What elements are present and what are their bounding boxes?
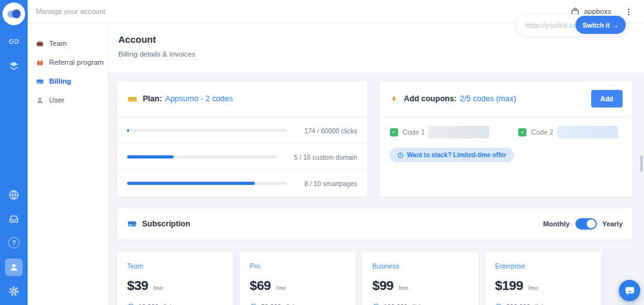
layers-icon[interactable]	[8, 60, 19, 72]
subnav-item-referral[interactable]: Referral program	[28, 53, 108, 72]
content-area: Plan: Appsumo - 2 codes 174 / 60000 clic…	[109, 72, 644, 305]
plan-value-link[interactable]: Appsumo - 2 codes	[165, 94, 233, 103]
credit-card-icon	[36, 77, 44, 86]
check-glyph: ✓	[392, 129, 397, 135]
subnav-label: User	[49, 96, 64, 104]
clock-icon	[397, 152, 404, 158]
settings-gear-icon[interactable]	[8, 286, 19, 297]
toggle-knob	[587, 219, 596, 228]
subnav-item-team[interactable]: Team	[28, 34, 108, 53]
arrow-right-icon: →	[613, 21, 619, 29]
help-icon[interactable]: ?	[8, 237, 19, 248]
plan-name: Business	[372, 262, 469, 270]
subnav-item-billing[interactable]: Billing	[28, 72, 108, 91]
user-icon	[36, 96, 44, 104]
monthly-label: Monthly	[543, 220, 569, 228]
add-coupon-button[interactable]: Add	[591, 90, 623, 108]
help-glyph: ?	[12, 239, 16, 247]
pricing-card-pro[interactable]: Pro $69 /mo 50,000 clicks	[240, 252, 356, 305]
coupon-code-item: ✓ Code 2	[518, 126, 618, 138]
plan-price: $69	[250, 278, 271, 293]
page-title: Account	[118, 34, 156, 45]
coupons-label: Add coupons:	[404, 94, 457, 103]
plan-card: Plan: Appsumo - 2 codes 174 / 60000 clic…	[117, 81, 367, 197]
pricing-card-enterprise[interactable]: Enterprise $199 /mo 200,000 clicks	[485, 252, 601, 305]
code2-label: Code 2	[531, 128, 553, 136]
plan-label: Plan:	[143, 94, 162, 103]
plan-card-yellow-icon	[127, 94, 138, 104]
inbox-icon[interactable]	[8, 213, 19, 225]
subscription-bar: Subscription Monthly Yearly	[117, 208, 633, 240]
plan-name: Team	[127, 262, 223, 270]
plan-card-header: Plan: Appsumo - 2 codes	[117, 81, 367, 117]
switch-it-button[interactable]: Switch it →	[575, 16, 626, 34]
plan-usage-row: 174 / 60000 clicks	[117, 117, 367, 143]
clicks-progress-bar	[127, 129, 287, 132]
plan-name: Pro	[250, 262, 346, 270]
code1-label: Code 1	[402, 128, 425, 136]
plan-price: $99	[372, 278, 394, 293]
subnav-label: Team	[49, 40, 67, 47]
coupons-card: Add coupons: 2/5 codes (max) Add ✓ Code …	[380, 81, 633, 197]
plan-price: $199	[495, 278, 523, 293]
briefcase-icon	[36, 40, 44, 48]
subnav-label: Referral program	[49, 58, 104, 66]
lightning-icon	[390, 94, 399, 103]
globe-icon[interactable]	[8, 189, 19, 201]
coupon-code-item: ✓ Code 1	[390, 126, 489, 138]
check-glyph: ✓	[520, 129, 525, 135]
subnav-label: Billing	[49, 77, 71, 85]
code1-redacted-value	[428, 126, 489, 138]
plan-period: /mo	[153, 285, 164, 291]
toggle-logo-icon	[8, 11, 20, 18]
switch-link-widget: Switch it →	[516, 14, 627, 35]
plan-period: /mo	[276, 285, 286, 291]
plan-usage-row: 8 / 10 smartpages	[117, 170, 367, 196]
plan-period: /mo	[528, 285, 538, 291]
clicks-usage-label: 174 / 60000 clicks	[304, 127, 357, 135]
domains-progress-bar	[127, 155, 277, 158]
link-icon[interactable]	[8, 36, 19, 47]
page-subtitle: Billing details & invoices	[118, 50, 196, 58]
stack-offer-label: Want to stack? Limited-time offer	[407, 152, 506, 158]
subnav-item-user[interactable]: User	[28, 91, 108, 109]
subscription-label: Subscription	[142, 219, 190, 228]
coupons-count: 2/5 codes (max)	[460, 94, 516, 103]
plan-price: $39	[127, 278, 148, 293]
plan-period: /mo	[399, 285, 409, 291]
smartpages-progress-bar	[127, 182, 287, 185]
smartpages-usage-label: 8 / 10 smartpages	[304, 180, 357, 187]
domains-usage-label: 5 / 16 custom domain	[294, 153, 357, 161]
pricing-card-team[interactable]: Team $39 /mo 10,000 clicks	[117, 252, 233, 305]
stack-offer-pill[interactable]: Want to stack? Limited-time offer	[390, 148, 514, 162]
subscription-card-icon	[127, 219, 137, 229]
pricing-card-business[interactable]: Business $99 /mo 100,000 clicks	[362, 252, 479, 305]
switch-it-label: Switch it	[582, 21, 609, 29]
gift-icon	[36, 58, 44, 67]
coupons-card-header: Add coupons: 2/5 codes (max) Add	[380, 81, 633, 117]
account-subnav: Team Referral program Billing User	[28, 23, 109, 305]
app-logo[interactable]	[3, 3, 25, 25]
code1-checkbox-icon[interactable]: ✓	[390, 128, 398, 136]
account-user-icon[interactable]	[5, 258, 23, 276]
chat-launcher-button[interactable]	[619, 280, 640, 301]
code2-redacted-value	[557, 126, 618, 138]
overflow-menu-icon[interactable]: ⋮	[625, 7, 633, 16]
billing-period-toggle[interactable]	[575, 218, 597, 230]
code2-checkbox-icon[interactable]: ✓	[518, 128, 526, 136]
plan-usage-row: 5 / 16 custom domain	[117, 143, 367, 170]
yearly-label: Yearly	[602, 220, 623, 228]
plan-name: Enterprise	[495, 262, 591, 270]
vertical-scrollbar-thumb[interactable]	[640, 155, 643, 172]
topbar-title: Manage your account	[36, 8, 106, 15]
icon-rail: ?	[0, 0, 28, 305]
chat-bubble-icon	[625, 286, 635, 296]
